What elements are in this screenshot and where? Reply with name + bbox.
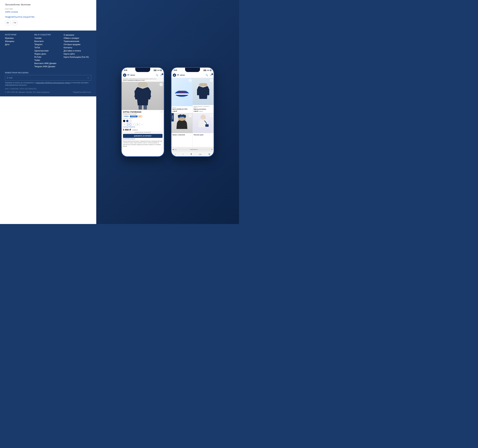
- svg-text:Д: Д: [124, 74, 125, 76]
- footer-link-about[interactable]: О магазине: [63, 34, 91, 36]
- footer-link-tiktok[interactable]: TikTok: [34, 46, 62, 49]
- phone1-menu-btn[interactable]: МЕНЮ: [127, 74, 135, 76]
- grid-item-jacket[interactable]: Динамо Москва + Atributika & Club™ Куртк…: [193, 78, 214, 113]
- product-name-row: КУРТКА УТЕПЛЁННАЯ ATRIBUTIKA & CLUB™ ♡: [123, 111, 163, 115]
- bag-info: Поясная сумка: [193, 133, 214, 137]
- battery-icon: ▓: [160, 69, 162, 71]
- grid-item-hat[interactable]: FCDM СКИДКА Шапка с помпоном ♡: [171, 113, 193, 147]
- inn-text: ИНН 7714067099 / ОГРН 1027700547151: [5, 88, 91, 90]
- svg-rect-12: [197, 89, 199, 95]
- privacy-policy-link[interactable]: правилами обработки персональных данных: [36, 82, 70, 84]
- shoe-wishlist-btn[interactable]: ♡: [189, 79, 192, 82]
- color-options: [123, 120, 163, 122]
- size-2xl[interactable]: 2XL: [140, 123, 144, 126]
- points-line: НАЧИСЛИМ ДО 165 БАЛЛОВ: [123, 131, 163, 133]
- newsletter-submit-btn[interactable]: →: [85, 75, 91, 81]
- tw-social-btn[interactable]: ТW: [12, 20, 18, 25]
- newsletter-input[interactable]: [5, 75, 85, 80]
- phones-panel: 9:41 ▌▌▌ WiFi ▓ Д: [96, 0, 239, 224]
- size-xl[interactable]: XL: [136, 123, 140, 126]
- price-row: 5 990 ₽ 7 990 ₽: [123, 128, 163, 131]
- shoe-image: [171, 78, 193, 106]
- footer-link-odnoklassniki[interactable]: Одноклассники: [34, 50, 62, 52]
- footer-link-contacts[interactable]: Контакты: [63, 46, 91, 49]
- size-table-link[interactable]: ТАБЛИЦА РАЗМЕРОВ: [123, 126, 163, 128]
- footer-link-thermo[interactable]: Термонанесение: [63, 40, 91, 43]
- bag-name: Поясная сумка: [194, 134, 213, 136]
- tag-hit: ХИТ: [138, 115, 142, 117]
- footer-link-sitemap[interactable]: Карта сайта: [63, 53, 91, 55]
- size-m[interactable]: M: [127, 123, 131, 126]
- hat-info: Шапка с помпоном: [171, 133, 193, 137]
- color-black[interactable]: [123, 120, 125, 122]
- footer-link-rutube[interactable]: RuTube: [34, 56, 62, 58]
- footer-link-exchange[interactable]: Обмен и возврат: [63, 37, 91, 39]
- wifi-icon: WiFi: [157, 69, 160, 71]
- hamburger-icon-2: [177, 74, 179, 76]
- lock-icon: 🔒: [175, 149, 177, 150]
- size-l[interactable]: L: [132, 123, 135, 126]
- reload-icon[interactable]: ↻: [211, 149, 213, 150]
- svg-rect-10: [175, 93, 189, 95]
- shoe-name: Бутсы MORELIA II PRO: [172, 108, 192, 110]
- wishlist-heart-icon[interactable]: ♡: [161, 111, 163, 113]
- phone1-logo[interactable]: Д: [123, 74, 126, 77]
- hamburger-icon: [127, 74, 129, 76]
- footer-col-categories: КАТЕГОРИИ Мужчины Женщины Дети: [5, 34, 33, 68]
- footer-link-women[interactable]: Женщины: [5, 40, 33, 43]
- grid-item-shoes[interactable]: Mizuno Бутсы MORELIA II PRO 4 690 ₽ ♡: [171, 78, 193, 113]
- phone2-menu-btn[interactable]: МЕНЮ: [177, 74, 185, 76]
- footer-link-yandex[interactable]: Яндекс.Дзен: [34, 53, 62, 55]
- phone2-cart-icon[interactable]: 🛒 3: [210, 74, 212, 76]
- add-to-cart-btn[interactable]: ДОБАВИТЬ В КОРЗИНУ: [123, 134, 163, 138]
- footer-link-vkontakte[interactable]: Вконтакте: [34, 40, 62, 43]
- forward-btn[interactable]: ›: [183, 153, 183, 155]
- tabs-btn[interactable]: ⧉: [209, 153, 210, 155]
- phone2-content: Mizuno Бутсы MORELIA II PRO 4 690 ₽ ♡: [171, 78, 214, 147]
- svg-rect-5: [138, 105, 142, 110]
- footer-link-telegram[interactable]: Telegram: [34, 43, 62, 46]
- phone2-logo[interactable]: Д: [173, 74, 176, 77]
- vk-social-btn[interactable]: ВК: [5, 20, 11, 25]
- size-s[interactable]: S: [123, 123, 127, 126]
- footer-dev: Разработка сайта Func.: [73, 91, 91, 93]
- breadcrumb-current: КУРТКА УТЕПЛЁННАЯ ATRIBUTIKA & CLUB™: [123, 80, 145, 81]
- social-buttons: ВК ТW: [5, 20, 91, 25]
- phone1-nav: Д МЕНЮ 🔍 🛒 3: [122, 72, 164, 78]
- footer-link-tg-zhfk[interactable]: Telegram ЖФК Динамо: [34, 65, 62, 68]
- color-white[interactable]: [129, 120, 132, 122]
- footer-link-wholesale[interactable]: Оптовые продажи: [63, 43, 91, 46]
- grid-item-bag[interactable]: Поясная сумка ♡: [193, 113, 214, 147]
- footer-link-kids[interactable]: Дети: [5, 43, 33, 46]
- phone1-mockup: 9:41 ▌▌▌ WiFi ▓ Д: [121, 67, 164, 157]
- browser-aa[interactable]: aA: [172, 149, 174, 150]
- bookmarks-btn[interactable]: 📖: [199, 153, 201, 155]
- footer-link-twitter[interactable]: Twitter: [34, 59, 62, 61]
- phone2-cart-badge: 3: [211, 73, 213, 75]
- phone2-search-icon[interactable]: 🔍: [206, 74, 208, 76]
- footer-link-men[interactable]: Мужчины: [5, 37, 33, 39]
- price-old: 7 990 ₽: [132, 129, 138, 131]
- footer-link-vk-zhfk[interactable]: Вконтакте ЖФК Динамо: [34, 62, 62, 65]
- back-btn[interactable]: ‹: [175, 153, 176, 155]
- jacket-image-grid: [193, 78, 214, 105]
- hat-wishlist-btn[interactable]: ♡: [189, 114, 192, 117]
- jacket-wishlist-btn[interactable]: ♡: [210, 79, 213, 82]
- jacket-name: Куртка утеплённая: [194, 108, 213, 110]
- svg-rect-2: [138, 82, 148, 87]
- svg-rect-11: [199, 83, 207, 87]
- bag-wishlist-btn[interactable]: ♡: [210, 114, 213, 117]
- jacket-info: Динамо Москва + Atributika & Club™ Куртк…: [193, 105, 214, 113]
- footer-link-youtube[interactable]: Youtube: [34, 37, 62, 39]
- wishlist-overlay-btn[interactable]: ♡: [159, 83, 163, 86]
- phone1-search-icon[interactable]: 🔍: [156, 74, 158, 76]
- color-blue[interactable]: [126, 120, 128, 122]
- svg-text:Д: Д: [174, 74, 175, 76]
- footer-link-delivery[interactable]: Доставка и оплата: [63, 50, 91, 52]
- footer-link-fancard[interactable]: Карта болельщика (Fan ID): [63, 56, 91, 58]
- browser-url[interactable]: shop.fcdm.ru: [177, 148, 211, 150]
- hat-sale-badge: СКИДКА: [171, 113, 174, 121]
- share-btn[interactable]: ⬆: [190, 153, 192, 155]
- phone1-cart-icon[interactable]: 🛒 3: [160, 74, 163, 76]
- svg-rect-13: [207, 89, 209, 95]
